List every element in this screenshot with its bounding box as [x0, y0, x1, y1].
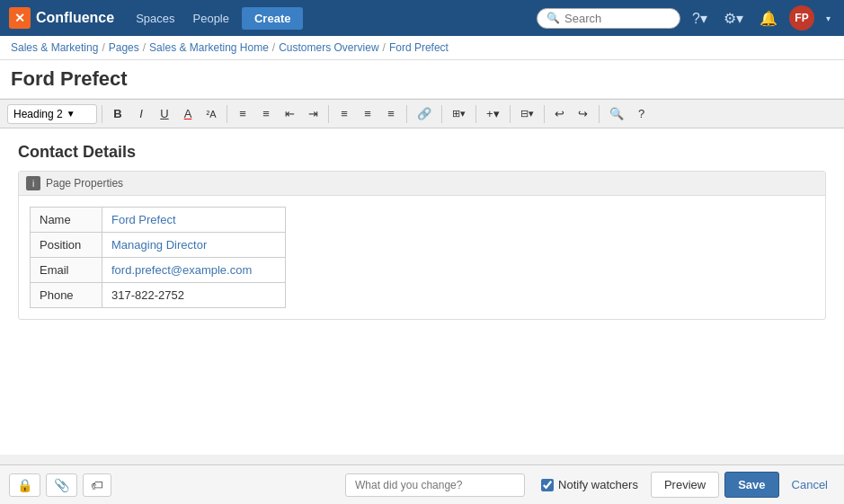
breadcrumb-sep-4: / [383, 41, 386, 54]
search-icon: 🔍 [546, 12, 560, 24]
page-title-input[interactable] [11, 67, 833, 91]
search-box: 🔍 [537, 8, 680, 29]
editor-help-button[interactable]: ? [631, 103, 653, 124]
search-input[interactable] [564, 12, 672, 25]
avatar-dropdown-arrow[interactable]: ▾ [822, 10, 835, 27]
unordered-list-button[interactable]: ≡ [232, 103, 253, 124]
indent-button[interactable]: ⇥ [302, 103, 324, 124]
contact-properties-table: Name Ford Prefect Position Managing Dire… [30, 207, 286, 308]
macro-body: Name Ford Prefect Position Managing Dire… [19, 196, 825, 319]
editor-area: Contact Details i Page Properties Name F… [0, 128, 844, 455]
confluence-logo-icon: ✕ [9, 7, 31, 29]
ordered-list-button[interactable]: ≡ [255, 103, 277, 124]
underline-button[interactable]: U [154, 103, 175, 124]
breadcrumb-pages[interactable]: Pages [109, 41, 139, 54]
toolbar-sep-2 [227, 105, 227, 123]
macro-header[interactable]: i Page Properties [19, 172, 825, 196]
change-comment-input[interactable] [345, 473, 525, 497]
heading-label: Heading 2 [13, 108, 63, 120]
page-properties-macro: i Page Properties Name Ford Prefect Posi… [18, 171, 826, 320]
table-button[interactable]: ⊞▾ [447, 104, 471, 123]
heading-dropdown-arrow: ▼ [67, 109, 76, 119]
breadcrumb-sales-marketing-home[interactable]: Sales & Marketing Home [149, 41, 269, 54]
table-row: Email ford.prefect@example.com [31, 258, 286, 283]
toolbar-sep-6 [475, 105, 476, 123]
breadcrumb-sep-2: / [143, 41, 146, 54]
logo-text: Confluence [36, 10, 114, 26]
align-right-button[interactable]: ≡ [380, 103, 402, 124]
bold-button[interactable]: B [107, 103, 129, 124]
toolbar-sep-5 [441, 105, 442, 123]
toolbar-sep-4 [406, 105, 407, 123]
macro-label: Page Properties [46, 177, 123, 190]
create-button[interactable]: Create [242, 7, 303, 30]
phone-label: Phone [31, 283, 102, 308]
lock-button[interactable]: 🔒 [9, 473, 40, 497]
layout-button[interactable]: ⊟▾ [515, 104, 539, 123]
italic-button[interactable]: I [130, 103, 152, 124]
align-center-button[interactable]: ≡ [357, 103, 378, 124]
toolbar-sep-7 [510, 105, 511, 123]
spaces-nav-link[interactable]: Spaces [130, 8, 180, 29]
editor-toolbar: Heading 2 ▼ B I U A ²A ≡ ≡ ⇤ ⇥ ≡ ≡ ≡ 🔗 ⊞… [0, 99, 844, 128]
breadcrumb: Sales & Marketing / Pages / Sales & Mark… [0, 36, 844, 60]
position-label: Position [31, 233, 102, 258]
align-left-button[interactable]: ≡ [333, 103, 355, 124]
label-button[interactable]: 🏷 [83, 473, 111, 497]
logo[interactable]: ✕ Confluence [9, 7, 114, 29]
table-row: Position Managing Director [31, 233, 286, 258]
content-heading[interactable]: Contact Details [18, 143, 826, 162]
notification-icon-btn[interactable]: 🔔 [755, 6, 782, 31]
table-row: Name Ford Prefect [31, 208, 286, 233]
insert-button[interactable]: +▾ [481, 103, 505, 124]
breadcrumb-sales-marketing[interactable]: Sales & Marketing [11, 41, 98, 54]
cancel-button[interactable]: Cancel [785, 473, 835, 497]
name-value: Ford Prefect [102, 208, 286, 233]
undo-button[interactable]: ↩ [549, 103, 571, 124]
topnav: ✕ Confluence Spaces People Create 🔍 ?▾ ⚙… [0, 0, 844, 36]
notify-watchers-text: Notify watchers [558, 478, 638, 491]
find-button[interactable]: 🔍 [604, 103, 629, 124]
macro-icon: i [26, 176, 40, 190]
table-row: Phone 317-822-2752 [31, 283, 286, 308]
toolbar-sep-1 [102, 105, 102, 123]
email-label: Email [31, 258, 102, 283]
toolbar-sep-8 [544, 105, 545, 123]
title-area [0, 60, 844, 99]
name-label: Name [31, 208, 102, 233]
breadcrumb-current: Ford Prefect [389, 41, 449, 54]
toolbar-sep-9 [599, 105, 600, 123]
avatar[interactable]: FP [789, 5, 814, 31]
breadcrumb-customers-overview[interactable]: Customers Overview [279, 41, 378, 54]
notify-watchers-checkbox[interactable] [541, 479, 554, 491]
attach-button[interactable]: 📎 [46, 473, 77, 497]
position-value: Managing Director [102, 233, 286, 258]
breadcrumb-sep-1: / [102, 41, 104, 54]
bottom-bar: 🔒 📎 🏷 Notify watchers Preview Save Cance… [0, 464, 844, 504]
save-button[interactable]: Save [724, 472, 778, 498]
toolbar-sep-3 [328, 105, 329, 123]
email-value: ford.prefect@example.com [102, 258, 286, 283]
redo-button[interactable]: ↪ [573, 103, 594, 124]
settings-icon-btn[interactable]: ⚙▾ [719, 6, 748, 31]
breadcrumb-sep-3: / [272, 41, 275, 54]
font-size-button[interactable]: ²A [200, 105, 222, 123]
avatar-initials: FP [795, 12, 808, 24]
help-icon-btn[interactable]: ?▾ [688, 6, 712, 31]
people-nav-link[interactable]: People [188, 8, 235, 29]
heading-select[interactable]: Heading 2 ▼ [7, 104, 97, 124]
outdent-button[interactable]: ⇤ [279, 103, 300, 124]
font-color-button[interactable]: A [177, 103, 199, 124]
phone-value: 317-822-2752 [102, 283, 286, 308]
link-button[interactable]: 🔗 [412, 103, 437, 124]
preview-button[interactable]: Preview [651, 472, 719, 498]
notify-watchers-label: Notify watchers [541, 478, 638, 491]
